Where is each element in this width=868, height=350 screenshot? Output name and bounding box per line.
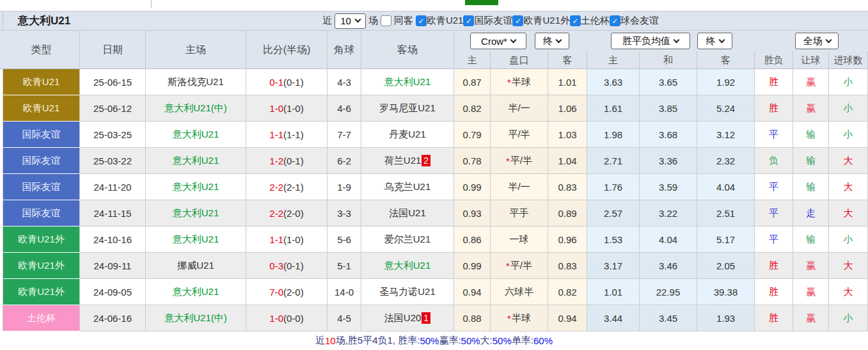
cell-avg-away: 2.05 (697, 253, 755, 279)
cell-handicap: *半球 (491, 305, 548, 331)
cell-avg-away: 1.92 (697, 69, 755, 95)
cell-away-team: 乌克兰U21 (361, 174, 454, 200)
full-time-score: 1-1 (269, 234, 283, 245)
cell-home-team: 意大利U21 (146, 200, 246, 227)
table-row: 欧青U21外 24-09-11 挪威U21 0-3(0-1) 5-1 意大利U2… (3, 253, 868, 279)
cell-corners: 5-6 (327, 227, 361, 253)
subcol-odds-away: 客 (548, 51, 587, 69)
cell-handicap: 一球 (491, 227, 548, 253)
filter-label: 国际友谊 (474, 15, 512, 27)
cell-odds-away: 0.83 (548, 174, 587, 200)
cell-odds-home: 0.99 (454, 253, 491, 279)
cell-away-team: 意大利U21 (361, 253, 454, 279)
handicap-star: * (507, 313, 511, 324)
filter-checkbox[interactable]: ✓ (463, 15, 474, 26)
full-time-score: 0-1 (269, 77, 283, 88)
table-row: 国际友谊 25-03-22 意大利U21 1-2(0-1) 6-2 荷兰U212… (3, 148, 868, 174)
cell-avg-away: 4.04 (697, 174, 755, 200)
table-row: 欧青U21 25-06-12 意大利U21(中) 1-0(1-0) 4-6 罗马… (3, 95, 868, 122)
cell-goals: 大 (829, 200, 868, 227)
handicap-star: * (507, 77, 511, 88)
cell-odds-home: 0.78 (454, 148, 491, 174)
cell-date: 24-11-20 (80, 174, 146, 200)
cell-date: 25-03-25 (80, 122, 146, 148)
cell-let-ball: 赢 (793, 253, 829, 279)
table-header: 类型 日期 主场 比分(半场) 角球 客场 Crow* 终 胜平负均值 终 全场… (0, 31, 868, 69)
avg-odds-select[interactable]: 胜平负均值 (611, 33, 690, 49)
cell-score: 0-1(0-1) (246, 69, 327, 95)
cell-goals: 小 (829, 227, 868, 253)
cell-home-team: 意大利U21(中) (146, 95, 246, 122)
filter-checkbox[interactable]: ✓ (570, 15, 581, 26)
summary-footer: 近10场,胜5平4负1, 胜率:50% 赢率:50% 大:50% 单率:60% (0, 331, 868, 350)
cell-corners: 4-6 (327, 95, 361, 122)
cell-result: 胜 (755, 279, 793, 305)
cell-score: 1-1(1-1) (246, 122, 327, 148)
subcol-odds-home: 主 (454, 51, 491, 69)
same-away-checkbox[interactable] (381, 15, 391, 26)
avg-time-select[interactable]: 终 (697, 33, 732, 49)
cell-odds-home: 0.79 (454, 122, 491, 148)
cell-let-ball: 输 (793, 148, 829, 174)
team-title: 意大利U21 (0, 13, 70, 28)
subcol-let-ball: 让球 (793, 51, 829, 69)
filter-controls: 近 10 场 同客 ✓欧青U21✓国际友谊✓欧青U21外✓土伦杯✓球会友谊 (322, 13, 659, 29)
cell-date: 24-09-11 (80, 253, 146, 279)
cell-avg-home: 1.01 (587, 279, 640, 305)
filter-label: 土伦杯 (581, 15, 610, 27)
cell-handicap: 半/一 (491, 95, 548, 122)
cell-avg-home: 3.44 (587, 305, 640, 331)
filter-checkbox[interactable]: ✓ (416, 15, 427, 26)
period-select[interactable]: 全场 (795, 33, 839, 49)
footer-stat-segment: 赢率: (439, 335, 461, 347)
cell-competition-type: 国际友谊 (3, 148, 80, 174)
subcol-avg-home: 主 (587, 51, 640, 69)
cell-goals: 小 (829, 95, 868, 122)
cell-avg-home: 2.71 (587, 148, 640, 174)
cell-odds-away: 0.83 (548, 253, 587, 279)
cell-competition-type: 欧青U21外 (3, 279, 80, 305)
full-time-score: 1-0 (269, 313, 283, 324)
tab-divider (151, 0, 152, 8)
cell-competition-type: 国际友谊 (3, 174, 80, 200)
cell-home-team: 斯洛伐克U21 (146, 69, 246, 95)
bookmaker-select[interactable]: Crow* (470, 33, 526, 49)
match-count-select[interactable]: 10 (335, 13, 366, 29)
chevron-down-icon (354, 17, 361, 23)
cell-corners: 6-2 (327, 148, 361, 174)
col-header-away: 客场 (361, 31, 454, 69)
cell-result: 平 (755, 122, 793, 148)
active-tab-remnant[interactable] (465, 0, 498, 5)
cell-odds-home: 0.88 (454, 305, 491, 331)
cell-avg-away: 3.12 (697, 122, 755, 148)
cell-let-ball: 走 (793, 200, 829, 227)
cell-away-team: 法国U21 (361, 200, 454, 227)
away-team-name: 意大利U21 (384, 260, 431, 272)
handicap-star: * (506, 155, 510, 166)
cell-away-team: 罗马尼亚U21 (361, 95, 454, 122)
cell-result: 胜 (755, 69, 793, 95)
cell-date: 24-11-15 (80, 200, 146, 227)
cell-competition-type: 国际友谊 (3, 122, 80, 148)
cell-avg-away: 2.32 (697, 148, 755, 174)
cell-avg-draw: 3.68 (640, 122, 697, 148)
cell-goals: 小 (829, 69, 868, 95)
chevron-down-icon (556, 36, 562, 43)
filter-item: ✓欧青U21 (416, 15, 464, 27)
full-time-score: 1-0 (269, 103, 283, 114)
filter-checkbox[interactable]: ✓ (512, 15, 523, 26)
half-time-score: (0-1) (283, 155, 304, 166)
handicap-time-select[interactable]: 终 (535, 33, 569, 49)
away-rank-badge: 1 (422, 312, 430, 324)
full-time-score: 0-3 (269, 260, 283, 271)
cell-home-team: 挪威U21 (146, 253, 246, 279)
cell-corners: 7-7 (327, 122, 361, 148)
cell-away-team: 圣马力诺U21 (361, 279, 454, 305)
filter-checkbox[interactable]: ✓ (610, 15, 620, 26)
half-time-score: (1-0) (283, 103, 304, 114)
cell-handicap: 六球半 (491, 279, 548, 305)
full-time-score: 1-1 (269, 129, 283, 140)
odds-dropdown-row: Crow* 终 胜平负均值 终 全场 (454, 31, 868, 51)
cell-odds-away: 1.01 (548, 69, 587, 95)
table-body: 欧青U21 25-06-15 斯洛伐克U21 0-1(0-1) 4-3 意大利U… (0, 69, 868, 331)
